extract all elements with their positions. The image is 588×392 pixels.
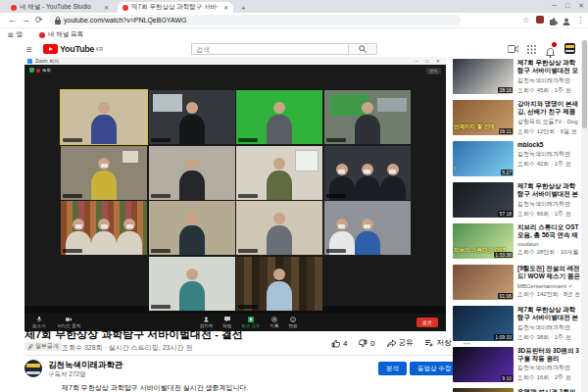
browser-tab-watch[interactable]: 제7회 무한상상 과학탐구 서바이… ✕ <box>118 2 233 13</box>
tab-strip: 내 채널 - YouTube Studio ✕ 제7회 무한상상 과학탐구 서바… <box>0 0 588 13</box>
extension-icon[interactable] <box>536 16 544 24</box>
participant-name-label <box>326 249 346 253</box>
address-bar[interactable]: youtube.com/watch?v=PNLQeBGYAWG <box>49 15 461 25</box>
recommended-video-meta: 조회수 42회 · 1주 전 <box>517 160 580 169</box>
video-player[interactable]: Zoom 회의 ─ □ ✕ 녹화 보기 음소거 비디오 중지 <box>24 57 446 323</box>
recording-indicator: 녹화 <box>29 68 51 73</box>
participant-name-label <box>151 305 171 309</box>
video-thumbnail[interactable]: 지브리 스튜디오 OST1:33:38 <box>453 223 514 259</box>
participant-name-label <box>238 249 258 253</box>
participant-name-label <box>151 138 171 142</box>
save-button[interactable]: 저장 <box>425 338 452 348</box>
tab-title: 제7회 무한상상 과학탐구 서바이… <box>131 3 218 12</box>
account-avatar[interactable] <box>564 43 575 54</box>
video-description: 제7회 무한상상 과학탐구 서바이벌대전 실시간 생중계입니다. <box>62 383 454 392</box>
zoom-window-titlebar: Zoom 회의 ─ □ ✕ <box>24 57 446 65</box>
apps-shortcut[interactable]: ⊞ 앱 <box>8 30 23 39</box>
video-thumbnail[interactable]: !5:27 <box>453 141 514 176</box>
recommended-video-channel: modeun <box>517 241 580 247</box>
zoom-window-controls: ─ □ ✕ <box>415 58 443 64</box>
youtube-apps-icon[interactable] <box>527 45 536 54</box>
page-scrollbar-thumb[interactable] <box>582 40 587 128</box>
recommended-video-item[interactable]: !5:27mblock5김천녹색미래과학관조회수 42회 · 1주 전 <box>453 141 580 180</box>
participant-tile <box>324 146 411 200</box>
participant-name-label <box>63 194 82 198</box>
create-video-icon[interactable] <box>508 45 518 53</box>
zoom-view-button: 보기 <box>426 68 441 74</box>
participant-name-label <box>326 138 346 142</box>
profile-icon[interactable] <box>563 18 570 25</box>
url-text: youtube.com/watch?v=PNLQeBGYAWG <box>64 17 186 24</box>
recommended-video-item[interactable]: 28:16제7회 무한상상 과학탐구 서바이벌대전 모든 문제 수록김천녹색미래… <box>453 59 580 98</box>
participant-tile <box>149 257 235 311</box>
tab-close-icon[interactable]: ✕ <box>223 4 228 11</box>
recommended-video-meta: 조회수 142만회 · 8년 전 <box>517 290 580 299</box>
recommended-video-item[interactable]: 57:18제7회 무한상상 과학탐구 서바이벌대전 본선 수도권예선김천녹색미래… <box>453 182 580 221</box>
recommended-video-title: 3D프린터와 3D펜의 3구월 작동 원리 <box>517 347 580 363</box>
recommended-video-title: [9힐도전] 전설의 레전드! WOW 제스기 품은 모음.. <box>517 265 580 281</box>
participant-tile <box>61 201 147 255</box>
recommended-video-title: 강아지와 댕댕이 본새깅, 선배가 친구 제품 체험 & 리뷰도와 처.. <box>517 100 580 117</box>
window-controls: ─ □ ✕ <box>552 2 584 10</box>
share-arrow-icon <box>387 339 396 348</box>
maximize-button[interactable]: □ <box>565 2 569 10</box>
puzzle-extension-icon[interactable] <box>550 18 558 25</box>
video-actions: 4 0 공유 저장 ⋯ <box>0 338 470 348</box>
chrome-menu-icon[interactable]: ⋮ <box>576 16 584 24</box>
recommended-video-meta: 조회수 38회 · 1주 전 <box>517 333 580 342</box>
participant-tile <box>236 201 322 255</box>
search-icon <box>359 45 367 53</box>
browser-tab-studio[interactable]: 내 채널 - YouTube Studio ✕ <box>6 2 114 13</box>
search-input[interactable] <box>191 43 348 55</box>
reload-icon[interactable]: ⟳ <box>35 15 43 24</box>
channel-avatar[interactable] <box>24 360 42 377</box>
minimize-button[interactable]: ─ <box>552 2 557 10</box>
edit-video-button[interactable]: 동영상 수정 <box>410 362 459 375</box>
recommended-video-item[interactable]: 01:06[9힐도전] 전설의 레전드! WOW 제스기 품은 모음..MBCe… <box>453 265 580 304</box>
participant-tile <box>324 90 411 144</box>
forward-icon[interactable]: → <box>22 15 30 24</box>
recommended-video-item[interactable]: 1:09:33제7회 무한상상 과학탐구 서바이벌대전 본선 호남권예선김천녹색… <box>453 306 580 345</box>
tab-close-icon[interactable]: ✕ <box>104 4 109 11</box>
divider <box>24 355 470 356</box>
back-icon[interactable]: ← <box>8 15 17 24</box>
search-button[interactable] <box>348 43 377 55</box>
new-tab-button[interactable]: + <box>241 4 246 13</box>
duration-badge: 06:11 <box>499 128 513 134</box>
video-thumbnail[interactable]: 회장을 닮았는가6:43 <box>453 388 514 392</box>
recommended-video-item[interactable]: 지브리 스튜디오 OST1:33:38지브리 스튜디오 OST 모음, 총 56… <box>453 223 580 263</box>
video-thumbnail[interactable]: 9:10 <box>453 347 514 382</box>
video-thumbnail[interactable]: 언제까지 할 건데06:11 <box>453 100 514 135</box>
recommended-video-meta: 조회수 45회 · 1주 전 <box>517 86 580 95</box>
zoom-end-button: 종료 <box>416 318 438 327</box>
recommended-video-channel: 김천녹색미래과학관 <box>517 323 580 332</box>
bookmark-item[interactable]: 내 채널 목록 <box>39 30 83 39</box>
recommended-video-meta: 조회수 16회 · 2주 전 <box>517 373 580 382</box>
participant-tile <box>236 90 322 144</box>
save-playlist-icon <box>425 339 434 348</box>
video-thumbnail[interactable]: 57:18 <box>453 182 514 218</box>
dislike-button[interactable]: 0 <box>359 338 374 348</box>
thumbs-down-icon <box>359 339 368 348</box>
analytics-button[interactable]: 분석 <box>378 362 407 375</box>
lock-icon <box>55 17 61 24</box>
close-button[interactable]: ✕ <box>578 2 584 10</box>
youtube-play-icon <box>43 44 58 54</box>
youtube-favicon <box>122 5 128 11</box>
recommended-video-item[interactable]: 언제까지 할 건데06:11강아지와 댕댕이 본새깅, 선배가 친구 제품 체험… <box>453 100 580 139</box>
recommended-video-title: 제7회 무한상상 과학탐구 서바이벌대전 모든 문제 수록 <box>517 59 580 75</box>
share-button[interactable]: 공유 <box>387 338 414 348</box>
recommended-video-channel: 김천녹색미래과학관 <box>517 76 580 85</box>
hamburger-menu-icon[interactable]: ≡ <box>26 44 32 55</box>
recommended-video-item[interactable]: 9:103D프린터와 3D펜의 3구월 작동 원리김천녹색미래과학관조회수 16… <box>453 347 580 386</box>
recommended-video-title: 제7회 무한상상 과학탐구 서바이벌대전 본선 호남권예선 <box>517 306 580 322</box>
bookmark-star-icon[interactable]: ☆ <box>522 16 529 24</box>
youtube-logo[interactable]: YouTube KR <box>43 44 103 54</box>
video-thumbnail[interactable]: 01:06 <box>453 265 514 300</box>
participant-name-label <box>238 305 258 309</box>
apps-grid-icon: ⊞ <box>8 31 13 39</box>
like-button[interactable]: 4 <box>331 338 347 348</box>
video-thumbnail[interactable]: 28:16 <box>453 59 514 94</box>
video-thumbnail[interactable]: 1:09:33 <box>453 306 514 341</box>
recommended-video-item[interactable]: 회장을 닮았는가6:43유열과 성시경 2회의 명성과 노래는 숨은 명곡들 완… <box>453 388 580 392</box>
